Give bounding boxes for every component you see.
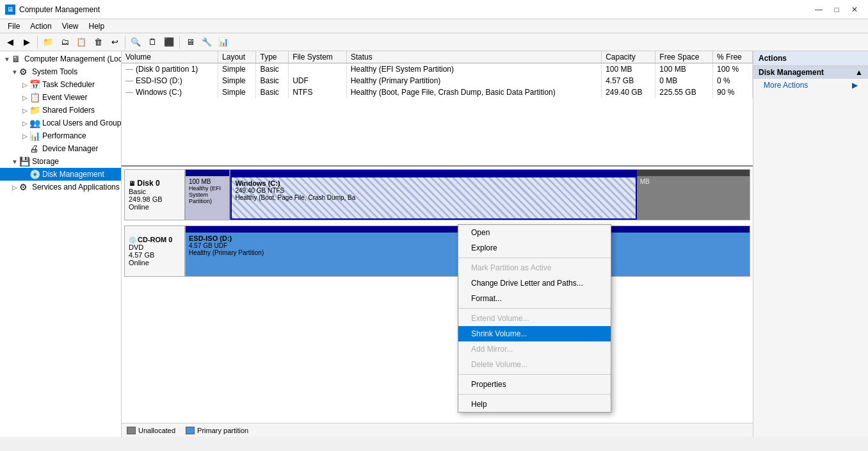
tb-undo[interactable]: ↩: [107, 35, 122, 49]
tb-tools[interactable]: 🔧: [199, 35, 214, 49]
icon-disk-mgmt: 💿: [29, 169, 40, 179]
label-device-manager: Device Manager: [42, 144, 98, 153]
cell-layout: Simple: [218, 86, 256, 98]
ctx-item-shrink[interactable]: Shrink Volume...: [458, 326, 611, 341]
ctx-item-format[interactable]: Format...: [458, 291, 611, 306]
minimize-button[interactable]: —: [810, 3, 827, 16]
cell-capacity: 100 MB: [602, 63, 655, 76]
table-row[interactable]: — Windows (C:) Simple Basic NTFS Healthy…: [122, 86, 753, 98]
chevron-system-tools: ▼: [10, 69, 19, 76]
cdrom0-status: Online: [129, 259, 181, 266]
tb-note[interactable]: 🗒: [145, 35, 160, 49]
disk0-part-windows-content: Windows (C:) 249.40 GB NTFS Healthy (Boo…: [232, 177, 635, 218]
disk0-size: 249.98 GB: [129, 195, 181, 203]
cell-fs: UDF: [289, 75, 347, 86]
menu-help[interactable]: Help: [84, 20, 110, 32]
cell-freespace: 0 MB: [655, 75, 713, 86]
disk0-part-efi-header: [186, 170, 229, 176]
label-comp-mgmt: Computer Management (Local: [24, 54, 121, 63]
col-layout[interactable]: Layout: [218, 51, 256, 63]
col-fs[interactable]: File System: [289, 51, 347, 63]
col-pctfree[interactable]: % Free: [713, 51, 753, 63]
cdrom0-size: 4.57 GB: [129, 251, 181, 259]
sidebar-item-disk-mgmt[interactable]: 💿 Disk Management: [0, 168, 121, 181]
chevron-event-viewer: ▷: [20, 94, 29, 101]
ctx-item-open[interactable]: Open: [458, 225, 611, 240]
label-performance: Performance: [42, 131, 86, 140]
action-section-chevron: ▲: [855, 68, 863, 77]
icon-comp-mgmt: 🖥: [12, 54, 22, 64]
menu-view[interactable]: View: [57, 20, 84, 32]
ctx-item-properties[interactable]: Properties: [458, 377, 611, 392]
tb-console[interactable]: 🖥: [182, 35, 198, 49]
sidebar-item-device-manager[interactable]: 🖨 Device Manager: [0, 142, 121, 155]
label-shared-folders: Shared Folders: [42, 106, 95, 115]
sidebar-item-services[interactable]: ▷ ⚙ Services and Applications: [0, 181, 121, 193]
icon-event-viewer: 📋: [29, 92, 40, 102]
tb-clipboard[interactable]: 📋: [74, 35, 89, 49]
disk0-partitions: 100 MB Healthy (EFI System Partition) Wi…: [185, 169, 750, 220]
ctx-item-help[interactable]: Help: [458, 397, 611, 412]
col-type[interactable]: Type: [256, 51, 289, 63]
efi-size: 100 MB: [189, 178, 226, 185]
col-freespace[interactable]: Free Space: [655, 51, 713, 63]
legend-unallocated: Unallocated: [127, 427, 175, 434]
cell-fs: [289, 63, 347, 76]
tb-search[interactable]: 🔍: [128, 35, 143, 49]
maximize-button[interactable]: □: [828, 3, 845, 16]
unalloc-content: MB: [637, 176, 750, 220]
icon-task-scheduler: 📅: [29, 79, 40, 90]
ctx-item-change-drive[interactable]: Change Drive Letter and Paths...: [458, 275, 611, 291]
tb-forward[interactable]: ▶: [19, 35, 35, 49]
sidebar-item-local-users[interactable]: ▷ 👥 Local Users and Groups: [0, 117, 121, 129]
sidebar-item-comp-mgmt[interactable]: ▼ 🖥 Computer Management (Local: [0, 53, 121, 65]
disk-area: 🖥 Disk 0 Basic 249.98 GB Online 100 MB H…: [122, 167, 753, 423]
cell-type: Basic: [256, 86, 289, 98]
disk0-part-unalloc[interactable]: MB: [637, 170, 750, 220]
table-area: Volume Layout Type File System Status Ca…: [122, 51, 753, 167]
tb-sep1: [37, 36, 38, 49]
cell-layout: Simple: [218, 75, 256, 86]
tb-extra[interactable]: ⬛: [161, 35, 177, 49]
tb-folder[interactable]: 📁: [40, 35, 56, 49]
main-layout: ▼ 🖥 Computer Management (Local ▼ ⚙ Syste…: [0, 51, 868, 437]
sidebar-item-shared-folders[interactable]: ▷ 📁 Shared Folders: [0, 104, 121, 117]
icon-performance: 📊: [29, 131, 40, 141]
col-capacity[interactable]: Capacity: [602, 51, 655, 63]
disk0-type: Basic: [129, 188, 181, 195]
sidebar-item-storage[interactable]: ▼ 💾 Storage: [0, 155, 121, 168]
tb-sep2: [125, 36, 125, 49]
cell-freespace: 225.55 GB: [655, 86, 713, 98]
tb-delete[interactable]: 🗑: [90, 35, 106, 49]
table-row[interactable]: — (Disk 0 partition 1) Simple Basic Heal…: [122, 63, 753, 76]
sidebar-item-system-tools[interactable]: ▼ ⚙ System Tools: [0, 65, 121, 78]
cdrom0-name: CD-ROM 0: [138, 236, 172, 243]
close-button[interactable]: ✕: [846, 3, 863, 16]
tb-chart[interactable]: 📊: [216, 35, 231, 49]
action-section-disk-mgmt[interactable]: Disk Management ▲: [753, 66, 868, 79]
tb-back[interactable]: ◀: [3, 35, 18, 49]
tb-folder2[interactable]: 🗂: [57, 35, 72, 49]
label-storage: Storage: [32, 157, 59, 166]
chevron-services: ▷: [10, 184, 19, 191]
menu-action[interactable]: Action: [25, 20, 56, 32]
title-bar: 🖥 Computer Management — □ ✕: [0, 0, 868, 19]
label-disk-mgmt: Disk Management: [42, 170, 104, 179]
legend-unalloc-box: [127, 427, 136, 434]
col-status[interactable]: Status: [346, 51, 602, 63]
table-row[interactable]: — ESD-ISO (D:) Simple Basic UDF Healthy …: [122, 75, 753, 86]
actions-panel: Actions Disk Management ▲ More Actions ▶: [753, 51, 868, 437]
sidebar-item-performance[interactable]: ▷ 📊 Performance: [0, 129, 121, 142]
ctx-item-delete-volume: Delete Volume...: [458, 357, 611, 372]
menu-file[interactable]: File: [3, 20, 25, 32]
cell-volume: — (Disk 0 partition 1): [122, 63, 218, 76]
disk0-part-windows[interactable]: Windows (C:) 249.40 GB NTFS Healthy (Boo…: [230, 170, 636, 220]
disk0-part-efi[interactable]: 100 MB Healthy (EFI System Partition): [186, 170, 230, 220]
sidebar-item-event-viewer[interactable]: ▷ 📋 Event Viewer: [0, 91, 121, 104]
sidebar-item-task-scheduler[interactable]: ▷ 📅 Task Scheduler: [0, 78, 121, 91]
cdrom0-row: 💿 CD-ROM 0 DVD 4.57 GB Online ESD-ISO (D…: [124, 226, 750, 277]
action-more-actions[interactable]: More Actions ▶: [753, 79, 868, 92]
col-volume[interactable]: Volume: [122, 51, 218, 63]
ctx-item-explore[interactable]: Explore: [458, 240, 611, 256]
cell-type: Basic: [256, 63, 289, 76]
